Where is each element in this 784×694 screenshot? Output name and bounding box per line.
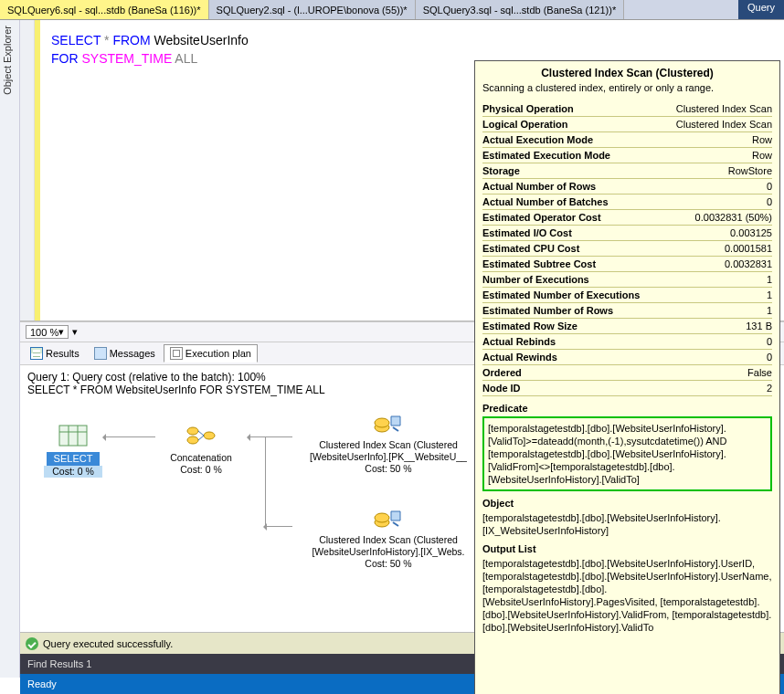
plan-node-cost: Cost: 50 % bbox=[292, 463, 484, 475]
file-tab-2[interactable]: SQLQuery2.sql - (l...UROPE\bonova (55))* bbox=[209, 0, 416, 19]
tooltip-property-value: Clustered Index Scan bbox=[676, 118, 772, 131]
svg-point-10 bbox=[375, 513, 389, 522]
object-explorer-sidebar[interactable]: Object Explorer bbox=[0, 20, 20, 678]
svg-point-6 bbox=[204, 432, 215, 439]
success-icon bbox=[26, 637, 38, 650]
kw-all: ALL bbox=[172, 51, 197, 66]
tooltip-property-key: Estimated Operator Cost bbox=[482, 211, 601, 224]
tooltip-property-row: Logical OperationClustered Index Scan bbox=[482, 117, 772, 132]
file-tab-label: SQLQuery6.sql - sql...stdb (BaneSa (116)… bbox=[7, 5, 201, 16]
tooltip-property-value: 2 bbox=[767, 382, 772, 394]
tooltip-property-value: 0.0032831 bbox=[725, 258, 772, 270]
tooltip-property-value: Clustered Index Scan bbox=[676, 102, 772, 115]
tooltip-property-row: Estimated Number of Executions1 bbox=[482, 288, 772, 303]
file-tab-label: SQLQuery2.sql - (l...UROPE\bonova (55))* bbox=[217, 5, 408, 16]
plan-node-concatenation[interactable]: Concatenation Cost: 0 % bbox=[155, 424, 247, 476]
tooltip-property-value: 0.0001581 bbox=[725, 242, 772, 255]
tooltip-property-key: Node ID bbox=[482, 382, 521, 394]
file-tab-strip: SQLQuery6.sql - sql...stdb (BaneSa (116)… bbox=[0, 0, 784, 20]
plan-node-title: Clustered Index Scan (Clustered bbox=[292, 439, 484, 451]
tooltip-property-key: Estimated Number of Rows bbox=[482, 304, 613, 317]
tooltip-property-value: Row bbox=[752, 149, 772, 162]
chevron-down-icon: ▾ bbox=[58, 326, 64, 338]
tooltip-property-key: Actual Number of Rows bbox=[482, 180, 596, 193]
tooltip-property-value: 0.003125 bbox=[730, 226, 772, 239]
tooltip-object: [temporalstagetestdb].[dbo].[WebsiteUser… bbox=[482, 511, 772, 537]
tooltip-property-key: Actual Execution Mode bbox=[482, 133, 593, 146]
tab-execution-plan[interactable]: Execution plan bbox=[164, 344, 258, 363]
tooltip-property-row: Actual Rebinds0 bbox=[482, 334, 772, 350]
tooltip-property-row: Estimated Operator Cost0.0032831 (50%) bbox=[482, 210, 772, 226]
tooltip-property-value: 131 B bbox=[746, 320, 772, 332]
plan-node-cost: Cost: 0 % bbox=[44, 466, 102, 478]
tooltip-property-key: Actual Number of Batches bbox=[482, 195, 609, 208]
menu-query[interactable]: Query bbox=[738, 0, 784, 19]
kw-system-time: SYSTEM_TIME bbox=[81, 51, 172, 66]
tooltip-property-key: Ordered bbox=[482, 366, 522, 379]
tooltip-property-row: Actual Number of Batches0 bbox=[482, 195, 772, 210]
tooltip-title: Clustered Index Scan (Clustered) bbox=[482, 67, 772, 79]
plan-node-select[interactable]: SELECT Cost: 0 % bbox=[44, 424, 102, 478]
tooltip-property-value: 0 bbox=[767, 195, 772, 208]
plan-connector bbox=[265, 436, 266, 526]
tooltip-subtitle: Scanning a clustered index, entirely or … bbox=[482, 81, 772, 94]
plan-node-scan-2[interactable]: Clustered Index Scan (Clustered [Website… bbox=[292, 506, 484, 570]
tooltip-object-header: Object bbox=[482, 497, 772, 510]
tooltip-property-value: 1 bbox=[767, 289, 772, 301]
plan-connector bbox=[249, 436, 292, 437]
select-result-icon bbox=[58, 424, 89, 447]
tab-messages[interactable]: Messages bbox=[88, 344, 162, 363]
file-tab-1[interactable]: SQLQuery6.sql - sql...stdb (BaneSa (116)… bbox=[0, 0, 209, 19]
tbl-name: WebsiteUserInfo bbox=[151, 33, 249, 47]
file-tab-label: SQLQuery3.sql - sql...stdb (BaneSa (121)… bbox=[423, 5, 617, 16]
index-scan-icon bbox=[373, 506, 404, 530]
tooltip-output-header: Output List bbox=[482, 542, 772, 555]
plan-node-title: SELECT bbox=[47, 452, 101, 466]
plan-node-cost: Cost: 50 % bbox=[292, 558, 484, 570]
file-tab-3[interactable]: SQLQuery3.sql - sql...stdb (BaneSa (121)… bbox=[416, 0, 625, 19]
tooltip-property-row: Physical OperationClustered Index Scan bbox=[482, 101, 772, 117]
tooltip-property-key: Estimated Subtree Cost bbox=[482, 258, 596, 270]
tab-results[interactable]: Results bbox=[24, 344, 86, 363]
tooltip-property-row: OrderedFalse bbox=[482, 365, 772, 381]
kw-select: SELECT bbox=[51, 33, 101, 47]
svg-rect-0 bbox=[59, 426, 87, 446]
object-explorer-label: Object Explorer bbox=[0, 20, 15, 100]
zoom-dropdown[interactable]: 100 % ▾ bbox=[26, 325, 69, 339]
zoom-step-down-icon[interactable]: ▾ bbox=[72, 326, 78, 338]
tooltip-property-key: Estimated I/O Cost bbox=[482, 226, 572, 239]
kw-for: FOR bbox=[51, 51, 79, 66]
tooltip-predicate-header: Predicate bbox=[482, 402, 772, 415]
index-scan-icon bbox=[373, 411, 404, 435]
tooltip-property-row: Actual Execution ModeRow bbox=[482, 132, 772, 148]
concat-icon bbox=[185, 424, 217, 447]
svg-point-8 bbox=[375, 418, 389, 427]
tooltip-property-key: Number of Executions bbox=[482, 273, 589, 286]
tooltip-property-row: Estimated Execution ModeRow bbox=[482, 148, 772, 163]
plan-node-object: [WebsiteUserInfoHistory].[IX_Webs. bbox=[292, 546, 484, 558]
tooltip-property-value: 0.0032831 (50%) bbox=[695, 211, 772, 224]
tooltip-property-row: Estimated I/O Cost0.003125 bbox=[482, 226, 772, 241]
tooltip-property-key: Actual Rewinds bbox=[482, 351, 557, 363]
tooltip-property-row: Estimated Number of Rows1 bbox=[482, 303, 772, 319]
tooltip-property-value: 0 bbox=[767, 335, 772, 348]
tooltip-property-row: Node ID2 bbox=[482, 381, 772, 396]
tooltip-properties: Physical OperationClustered Index ScanLo… bbox=[482, 101, 772, 396]
tooltip-output: [temporalstagetestdb].[dbo].[WebsiteUser… bbox=[482, 557, 772, 634]
tooltip-property-value: Row bbox=[752, 133, 772, 146]
grid-icon bbox=[30, 347, 43, 360]
tooltip-property-key: Estimated Row Size bbox=[482, 320, 577, 332]
tooltip-property-row: Estimated Subtree Cost0.0032831 bbox=[482, 257, 772, 272]
status-message-text: Query executed successfully. bbox=[43, 638, 173, 649]
tooltip-property-key: Estimated Number of Executions bbox=[482, 289, 640, 301]
tooltip-property-key: Physical Operation bbox=[482, 102, 574, 115]
svg-point-4 bbox=[187, 427, 198, 435]
plan-node-title: Clustered Index Scan (Clustered bbox=[292, 534, 484, 546]
plan-node-scan-1[interactable]: Clustered Index Scan (Clustered [Website… bbox=[292, 411, 484, 475]
plan-connector bbox=[265, 526, 292, 527]
tooltip-property-row: Actual Number of Rows0 bbox=[482, 179, 772, 195]
tooltip-predicate: [temporalstagetestdb].[dbo].[WebsiteUser… bbox=[482, 416, 772, 491]
tooltip-property-value: 0 bbox=[767, 351, 772, 363]
plan-icon bbox=[170, 347, 183, 360]
tooltip-property-key: Actual Rebinds bbox=[482, 335, 556, 348]
